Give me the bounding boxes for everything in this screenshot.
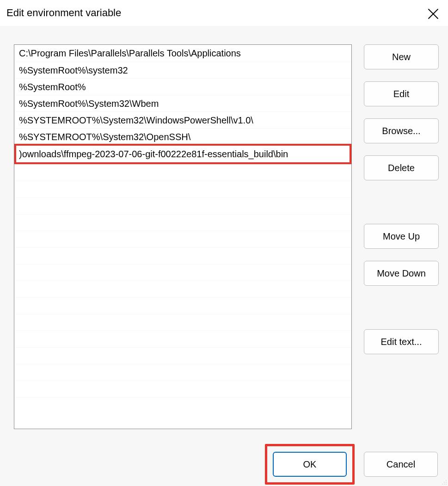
list-item-empty[interactable] (14, 231, 351, 247)
list-item[interactable]: %SystemRoot% (14, 78, 351, 95)
svg-point-6 (444, 484, 445, 485)
ok-highlight-box: OK (265, 444, 355, 485)
list-item-empty[interactable] (14, 247, 351, 264)
close-button[interactable] (427, 7, 440, 20)
move-down-button[interactable]: Move Down (364, 261, 439, 286)
list-item-empty[interactable] (14, 314, 351, 331)
delete-button[interactable]: Delete (364, 155, 439, 180)
dialog-content: C:\Program Files\Parallels\Parallels Too… (0, 26, 448, 438)
list-item[interactable]: %SystemRoot%\system32 (14, 62, 351, 78)
svg-point-2 (446, 480, 447, 481)
svg-point-4 (446, 482, 447, 483)
list-item-empty[interactable] (14, 214, 351, 231)
list-item-empty[interactable] (14, 364, 351, 381)
new-button[interactable]: New (364, 44, 439, 69)
list-item[interactable]: %SYSTEMROOT%\System32\OpenSSH\ (14, 128, 351, 145)
side-button-panel: New Edit Browse... Delete Move Up Move D… (364, 44, 439, 429)
ok-button[interactable]: OK (273, 452, 347, 477)
browse-button[interactable]: Browse... (364, 118, 439, 143)
titlebar: Edit environment variable (0, 0, 448, 26)
list-item[interactable]: %SystemRoot%\System32\Wbem (14, 95, 351, 111)
list-item-highlighted[interactable]: )ownloads\ffmpeg-2023-07-06-git-f00222e8… (14, 144, 351, 164)
window-title: Edit environment variable (6, 7, 121, 19)
list-item-empty[interactable] (14, 264, 351, 281)
list-item-empty[interactable] (14, 397, 351, 414)
edit-text-button[interactable]: Edit text... (364, 329, 439, 354)
resize-grip-icon[interactable] (440, 478, 447, 485)
list-item-empty[interactable] (14, 297, 351, 314)
cancel-button[interactable]: Cancel (364, 452, 438, 477)
list-item-empty[interactable] (14, 381, 351, 397)
list-item-empty[interactable] (14, 181, 351, 197)
list-item-empty[interactable] (14, 331, 351, 347)
move-up-button[interactable]: Move Up (364, 224, 439, 249)
svg-point-3 (444, 482, 445, 483)
close-icon (427, 7, 440, 20)
list-item[interactable]: %SYSTEMROOT%\System32\WindowsPowerShell\… (14, 111, 351, 128)
edit-button[interactable]: Edit (364, 81, 439, 106)
list-item-empty[interactable] (14, 164, 351, 181)
list-item[interactable]: C:\Program Files\Parallels\Parallels Too… (14, 45, 351, 62)
list-item-empty[interactable] (14, 347, 351, 364)
list-item-empty[interactable] (14, 281, 351, 297)
dialog-footer: OK Cancel (0, 438, 448, 485)
list-item-empty[interactable] (14, 197, 351, 214)
svg-point-7 (446, 484, 447, 485)
path-listbox[interactable]: C:\Program Files\Parallels\Parallels Too… (14, 44, 352, 429)
svg-point-5 (442, 484, 443, 485)
